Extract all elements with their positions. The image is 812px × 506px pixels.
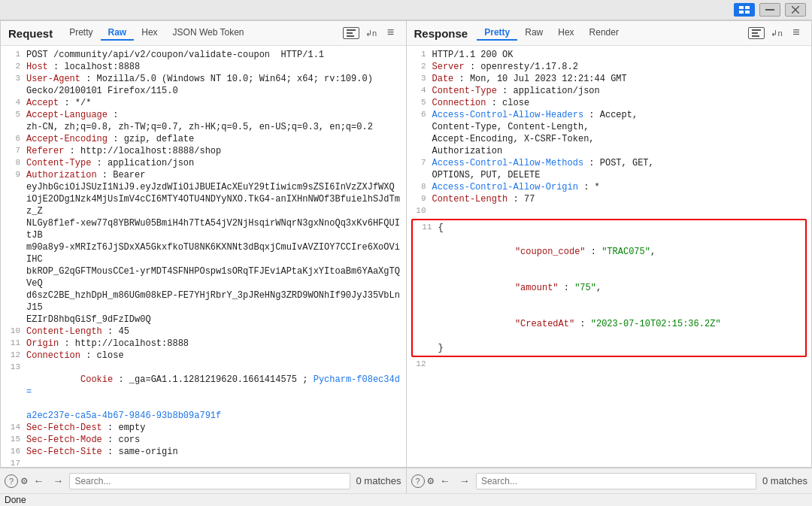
req-line-9h: EZIrD8hbqGiSf_9dFzIDw0Q: [1, 314, 406, 326]
res-line-7b: OPTIONS, PUT, DELETE: [407, 169, 812, 181]
req-line-6: 6 Accept-Encoding : gzip, deflate: [1, 133, 406, 145]
req-line-2: 2 Host : localhost:8888: [1, 61, 406, 73]
res-line-7: 7 Access-Control-Allow-Methods : POST, G…: [407, 157, 812, 169]
response-tab-bar: Pretty Raw Hex Render: [477, 26, 742, 41]
res-line-10: 10: [407, 205, 812, 217]
request-header: Request Pretty Raw Hex JSON Web Token ↲n…: [1, 21, 406, 46]
close-btn[interactable]: [785, 3, 806, 17]
req-line-14: 14 Sec-Fetch-Dest : empty: [1, 422, 406, 434]
response-highlight-box: 11 { "coupon_code" : "TRAC075", "amount"…: [411, 219, 807, 357]
help-btn-req[interactable]: ?: [5, 474, 18, 488]
svg-rect-1: [745, 6, 750, 9]
request-title: Request: [8, 27, 53, 40]
ln-btn-res[interactable]: ↲n: [769, 26, 784, 41]
svg-rect-8: [347, 32, 353, 34]
tab-jwt-req[interactable]: JSON Web Token: [165, 26, 252, 41]
response-title: Response: [414, 27, 468, 40]
menu-btn-req[interactable]: ≡: [383, 26, 398, 41]
req-line-5: 5 Accept-Language :: [1, 109, 406, 121]
tile-view-btn[interactable]: [734, 3, 755, 17]
req-line-9b: eyJhbGciOiJSUzI1NiJ9.eyJzdWIiOiJBUEIAcXE…: [1, 181, 406, 193]
req-line-5b: zh-CN, zh;q=0.8, zh-TW;q=0.7, zh-HK;q=0.…: [1, 121, 406, 133]
res-line-6d: Authorization: [407, 145, 812, 157]
tab-render-res[interactable]: Render: [582, 26, 626, 41]
req-line-11: 11 Origin : http://localhost:8888: [1, 338, 406, 350]
req-line-16: 16 Sec-Fetch-Site : same-origin: [1, 446, 406, 458]
arrow-to-json: [809, 232, 811, 250]
matches-count-req: 0 matches: [356, 475, 401, 486]
req-line-3b: Gecko/20100101 Firefox/115.0: [1, 85, 406, 97]
req-line-9g: d6szC2BE_hzhDpH_m86UGm08kEP-FE7YHjRbrY_3…: [1, 289, 406, 314]
svg-rect-4: [765, 9, 774, 11]
tab-pretty-req[interactable]: Pretty: [62, 26, 100, 41]
req-line-13: 13 Cookie : _ga=GA1.1.1281219620.1661414…: [1, 362, 406, 410]
forward-btn-res[interactable]: →: [456, 473, 473, 489]
svg-rect-13: [752, 32, 758, 34]
res-line-6: 6 Access-Control-Allow-Headers : Accept,: [407, 109, 812, 121]
svg-rect-2: [739, 11, 744, 14]
response-bottom-section: ? ⚙ ← → 0 matches: [407, 468, 813, 493]
res-line-12: 12: [407, 359, 812, 371]
res-line-9: 9 Content-Length : 77: [407, 193, 812, 205]
help-btn-res[interactable]: ?: [411, 474, 425, 488]
req-line-7: 7 Referer : http://localhost:8888/shop: [1, 145, 406, 157]
res-line-5: 5 Connection : close: [407, 97, 812, 109]
search-input-req[interactable]: [69, 473, 350, 489]
matches-count-res: 0 matches: [762, 475, 807, 486]
res-line-3: 3 Date : Mon, 10 Jul 2023 12:21:44 GMT: [407, 73, 812, 85]
res-line-4: 4 Content-Type : application/json: [407, 85, 812, 97]
tab-raw-req[interactable]: Raw: [101, 26, 135, 41]
tab-hex-req[interactable]: Hex: [134, 26, 165, 41]
req-line-9e: m90a8y9-xMRIzT6JjSDxXA5GkxfkoTU8NK6KXNNt…: [1, 241, 406, 265]
ln-btn-req[interactable]: ↲n: [364, 26, 379, 41]
request-panel: Request Pretty Raw Hex JSON Web Token ↲n…: [0, 20, 406, 468]
svg-rect-0: [739, 6, 744, 9]
back-btn-res[interactable]: ←: [437, 473, 453, 489]
req-line-1: 1 POST /community/api/v2/coupon/validate…: [1, 49, 406, 61]
res-line-1: 1 HTTP/1.1 200 OK: [407, 49, 812, 61]
req-line-12: 12 Connection : close: [1, 350, 406, 362]
settings-icon-res[interactable]: ⚙: [428, 474, 434, 487]
req-line-17: 17: [1, 458, 406, 467]
settings-icon-req[interactable]: ⚙: [21, 474, 27, 487]
req-line-4: 4 Accept : */*: [1, 97, 406, 109]
tab-pretty-res[interactable]: Pretty: [477, 26, 517, 41]
res-line-6c: Accept-Encoding, X-CSRF-Token,: [407, 133, 812, 145]
back-btn-req[interactable]: ←: [30, 473, 47, 489]
format-icon-req[interactable]: [343, 27, 359, 39]
res-line-2: 2 Server : openresty/1.17.8.2: [407, 61, 812, 73]
tab-raw-res[interactable]: Raw: [517, 26, 550, 41]
req-line-9c: iOjE2ODg1Nzk4MjUsImV4cCI6MTY4OTU4NDYyNXO…: [1, 193, 406, 217]
res-line-8: 8 Access-Control-Allow-Origin : *: [407, 181, 812, 193]
req-line-10: 10 Content-Length : 45: [1, 326, 406, 338]
tab-hex-res[interactable]: Hex: [550, 26, 581, 41]
format-icon-res[interactable]: [748, 27, 765, 39]
svg-rect-7: [347, 29, 356, 31]
search-input-res[interactable]: [476, 473, 756, 489]
response-header: Response Pretty Raw Hex Render ↲n ≡: [407, 21, 812, 46]
res-line-11c: "CreatedAt" : "2023-07-10T02:15:36.2Z": [413, 306, 806, 342]
res-line-11b: "amount" : "75",: [413, 270, 806, 306]
req-line-13b: a2ec237e-ca5a-4b67-9846-93b8b09a791f: [1, 410, 406, 422]
response-panel: Response Pretty Raw Hex Render ↲n ≡: [406, 20, 813, 468]
request-bottom-section: ? ⚙ ← → 0 matches: [0, 468, 407, 493]
req-line-3: 3 User-Agent : Mozilla/5.0 (Windows NT 1…: [1, 73, 406, 85]
window-controls: [0, 0, 812, 20]
request-tab-bar: Pretty Raw Hex JSON Web Token: [62, 26, 336, 41]
svg-rect-14: [752, 35, 759, 37]
res-line-11: 11 {: [413, 222, 806, 234]
svg-rect-3: [745, 11, 750, 14]
menu-btn-res[interactable]: ≡: [789, 26, 804, 41]
forward-btn-req[interactable]: →: [50, 473, 66, 489]
res-line-6b: Content-Type, Content-Length,: [407, 121, 812, 133]
done-bar: Done: [0, 493, 812, 506]
done-text: Done: [5, 495, 26, 505]
req-line-15: 15 Sec-Fetch-Mode : cors: [1, 434, 406, 446]
svg-rect-12: [752, 29, 761, 31]
res-line-11a: "coupon_code" : "TRAC075",: [413, 234, 806, 270]
svg-rect-9: [347, 35, 354, 37]
minimize-btn[interactable]: [759, 3, 780, 17]
req-line-9f: bkROP_G2qGFTMousCCe1-yrMDT4SFNHPOspw1sOR…: [1, 265, 406, 289]
request-content: 1 POST /community/api/v2/coupon/validate…: [1, 46, 406, 467]
bottom-bar: ? ⚙ ← → 0 matches ? ⚙ ← → 0 matches: [0, 468, 812, 493]
